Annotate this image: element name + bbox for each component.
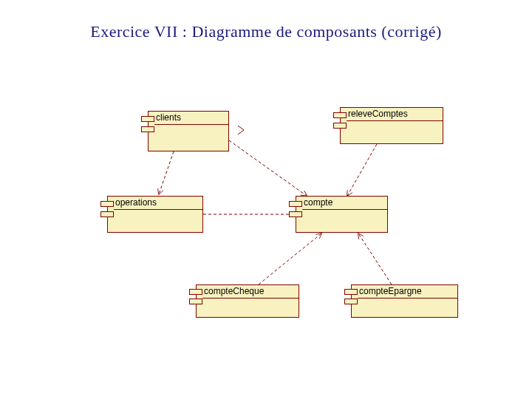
component-label: compteCheque — [202, 285, 299, 299]
dependency-lines — [0, 0, 532, 399]
diagram-canvas: clients releveComptes operations compte … — [0, 0, 532, 399]
component-operations: operations — [107, 196, 203, 233]
dep-clients-compte — [229, 140, 307, 196]
component-label: operations — [114, 197, 202, 210]
stray-mark — [238, 126, 244, 134]
dep-releve-compte — [347, 144, 377, 196]
dep-epargne-compte — [358, 233, 392, 284]
component-label: clients — [154, 112, 228, 125]
component-releve-comptes: releveComptes — [340, 107, 443, 144]
component-compte-cheque: compteCheque — [196, 284, 299, 318]
component-compte: compte — [296, 196, 388, 233]
component-label: releveComptes — [347, 108, 443, 121]
component-clients: clients — [148, 111, 229, 151]
component-label: compteEpargne — [358, 285, 457, 299]
component-label: compte — [302, 197, 387, 210]
component-compte-epargne: compteEpargne — [351, 284, 458, 318]
dep-cheque-compte — [259, 233, 321, 284]
dep-clients-operations — [159, 151, 174, 194]
